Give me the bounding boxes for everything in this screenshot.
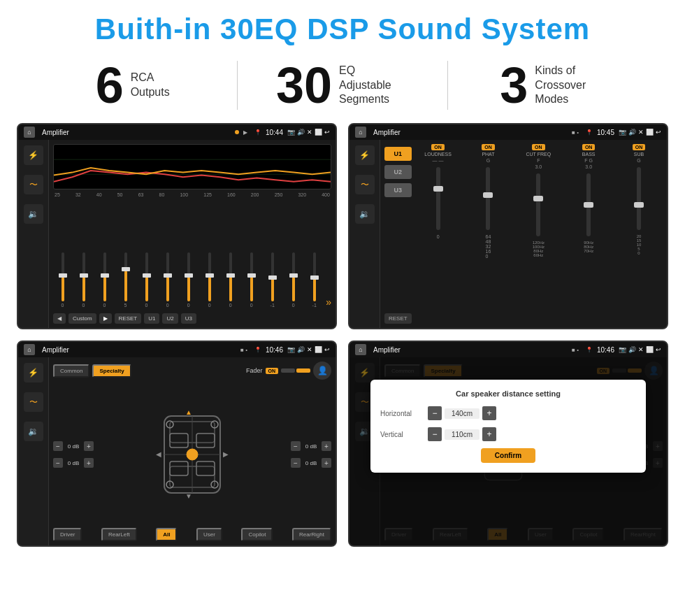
stat-divider-1 <box>237 61 238 110</box>
vol-left-top-row: − 0 dB + <box>53 441 94 451</box>
distance-volume-icon: 🔊 <box>628 346 636 353</box>
sub-on-badge[interactable]: ON <box>633 144 646 150</box>
fader-on-badge[interactable]: ON <box>266 368 279 374</box>
horizontal-plus-btn[interactable]: + <box>482 406 496 420</box>
eq-slider-7: 0 <box>179 252 198 308</box>
volume-icon: 🔊 <box>297 129 305 136</box>
channel-loudness: ON LOUDNESS —— 0 <box>414 144 462 324</box>
fader-sidebar: ⚡ 〜 🔉 <box>18 357 49 545</box>
eq-graph <box>53 144 331 189</box>
eq-freq-labels: 25 32 40 50 63 80 100 125 160 200 250 32… <box>53 192 331 197</box>
crossover-reset-btn[interactable]: RESET <box>384 313 412 324</box>
vertical-stepper: − 110cm + <box>428 427 496 441</box>
rear-left-btn[interactable]: RearLeft <box>101 528 137 541</box>
fader-status-icons: 📷 🔊 ✕ ⬜ ↩ <box>287 346 330 353</box>
distance-home-icon[interactable]: ⌂ <box>355 344 366 355</box>
vol-left-controls: − 0 dB + − 0 dB + <box>53 384 96 525</box>
distance-location-icon: 📍 <box>586 347 593 353</box>
stat-rca-text: RCA Outputs <box>131 71 170 100</box>
vol-right-top-row: − 0 dB + <box>291 441 331 451</box>
home-icon[interactable]: ⌂ <box>24 127 35 138</box>
crossover-sidebar-btn-2[interactable]: 〜 <box>355 175 375 194</box>
distance-window-icon: ⬜ <box>646 346 654 353</box>
cutfreq-on-badge[interactable]: ON <box>532 144 545 150</box>
fader-status-bar: ⌂ Amplifier ■ • 📍 10:46 📷 🔊 ✕ ⬜ ↩ <box>18 342 336 357</box>
channel-sub: ON SUB G 20151050 <box>615 144 663 324</box>
vol-right-top-plus[interactable]: + <box>322 441 331 451</box>
vol-right-bottom-val: 0 dB <box>303 460 319 466</box>
fader-body: − 0 dB + − 0 dB + <box>53 384 331 525</box>
svg-rect-12 <box>196 461 215 475</box>
fader-sidebar-btn-2[interactable]: 〜 <box>24 392 43 412</box>
screens-grid: ⌂ Amplifier ▶ 📍 10:44 📷 🔊 ✕ ⬜ ↩ ⚡ 〜 🔉 <box>0 123 685 558</box>
vol-left-bottom-plus[interactable]: + <box>84 458 94 468</box>
eq-slider-9: 0 <box>221 252 240 308</box>
loudness-slider <box>436 167 440 230</box>
eq-screen-title: Amplifier <box>42 129 231 136</box>
fader-close-icon: ✕ <box>307 346 312 353</box>
fader-back-icon: ↩ <box>324 346 330 353</box>
eq-sidebar-btn-2[interactable]: 〜 <box>24 175 43 194</box>
all-btn[interactable]: All <box>156 528 177 541</box>
eq-play-btn[interactable]: ▶ <box>99 313 112 324</box>
vol-right-bottom-plus[interactable]: + <box>322 458 331 468</box>
vertical-minus-btn[interactable]: − <box>428 427 442 441</box>
loudness-on-badge[interactable]: ON <box>431 144 445 150</box>
crossover-sidebar-btn-3[interactable]: 🔉 <box>355 204 375 224</box>
preset-u2[interactable]: U2 <box>384 165 412 179</box>
vol-left-top-plus[interactable]: + <box>84 441 94 451</box>
crossover-home-icon[interactable]: ⌂ <box>355 127 366 138</box>
loudness-val: 0 <box>437 234 440 239</box>
crossover-content: U1 U2 U3 RESET ON LOUDNESS —— <box>384 144 663 324</box>
stat-divider-2 <box>447 61 448 110</box>
vol-right-bottom-minus[interactable]: − <box>291 458 301 468</box>
fader-indicator: ■ • <box>240 347 247 353</box>
vol-right-top-minus[interactable]: − <box>291 441 301 451</box>
phat-on-badge[interactable]: ON <box>482 144 495 150</box>
eq-u2-btn[interactable]: U2 <box>162 313 178 324</box>
driver-btn[interactable]: Driver <box>53 528 82 541</box>
window-icon: ⬜ <box>315 129 322 136</box>
fader-tab-specialty[interactable]: Specialty <box>92 364 131 378</box>
eq-sidebar-btn-1[interactable]: ⚡ <box>24 145 43 165</box>
fader-top: Common Specialty Fader ON 👤 <box>53 361 331 380</box>
crossover-time: 10:45 <box>597 129 614 136</box>
fader-sidebar-btn-1[interactable]: ⚡ <box>24 363 43 382</box>
preset-u3[interactable]: U3 <box>384 183 412 197</box>
eq-preset-name[interactable]: Custom <box>68 313 96 324</box>
eq-prev-btn[interactable]: ◀ <box>53 313 66 324</box>
eq-chevron-right[interactable]: » <box>326 296 331 308</box>
eq-u3-btn[interactable]: U3 <box>181 313 196 324</box>
svg-point-8 <box>187 449 198 460</box>
eq-slider-6: 0 <box>158 252 177 308</box>
dialog-title: Car speaker distance setting <box>380 389 636 398</box>
crossover-indicator: ■ • <box>572 129 579 136</box>
fader-home-icon[interactable]: ⌂ <box>24 344 35 355</box>
eq-u1-btn[interactable]: U1 <box>144 313 159 324</box>
eq-slider-12: 0 <box>284 252 303 308</box>
fader-sidebar-btn-3[interactable]: 🔉 <box>24 422 43 441</box>
horizontal-minus-btn[interactable]: − <box>428 406 442 420</box>
eq-sidebar-btn-3[interactable]: 🔉 <box>24 204 43 224</box>
fader-tab-common[interactable]: Common <box>53 364 89 378</box>
rear-right-btn[interactable]: RearRight <box>292 528 331 541</box>
bass-slider <box>586 173 591 236</box>
distance-screen: ⌂ Amplifier ■ • 📍 10:46 📷 🔊 ✕ ⬜ ↩ ⚡ 〜 🔉 <box>348 341 668 547</box>
preset-u1[interactable]: U1 <box>384 147 412 161</box>
user-btn[interactable]: User <box>196 528 222 541</box>
bass-on-badge[interactable]: ON <box>582 144 596 150</box>
vertical-plus-btn[interactable]: + <box>482 427 496 441</box>
eq-screen-content: ⚡ 〜 🔉 <box>18 140 336 328</box>
back-icon: ↩ <box>324 129 330 136</box>
distance-close-icon: ✕ <box>638 346 644 353</box>
copilot-btn[interactable]: Copilot <box>241 528 273 541</box>
play-icon: ▶ <box>243 129 247 136</box>
camera-icon: 📷 <box>287 129 295 136</box>
vol-left-bottom-minus[interactable]: − <box>53 458 63 468</box>
stat-eq: 30 EQ Adjustable Segments <box>252 60 433 110</box>
eq-reset-btn[interactable]: RESET <box>115 313 142 324</box>
profile-icon[interactable]: 👤 <box>313 361 331 380</box>
confirm-button[interactable]: Confirm <box>481 448 535 463</box>
vol-left-top-minus[interactable]: − <box>53 441 63 451</box>
crossover-sidebar-btn-1[interactable]: ⚡ <box>355 145 375 165</box>
